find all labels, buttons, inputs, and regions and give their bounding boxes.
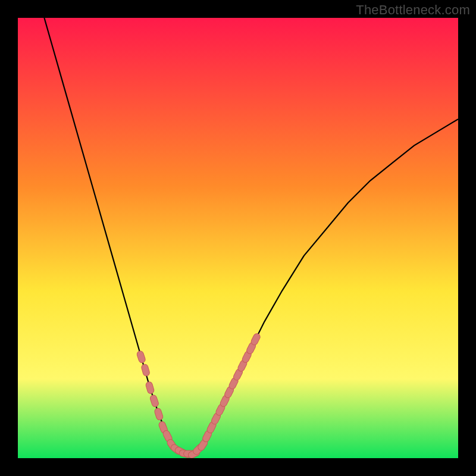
watermark-text: TheBottleneck.com xyxy=(356,2,470,18)
gradient-bg xyxy=(18,18,458,458)
plot-area xyxy=(18,18,458,458)
chart-svg xyxy=(18,18,458,458)
chart-frame: TheBottleneck.com xyxy=(0,0,476,476)
